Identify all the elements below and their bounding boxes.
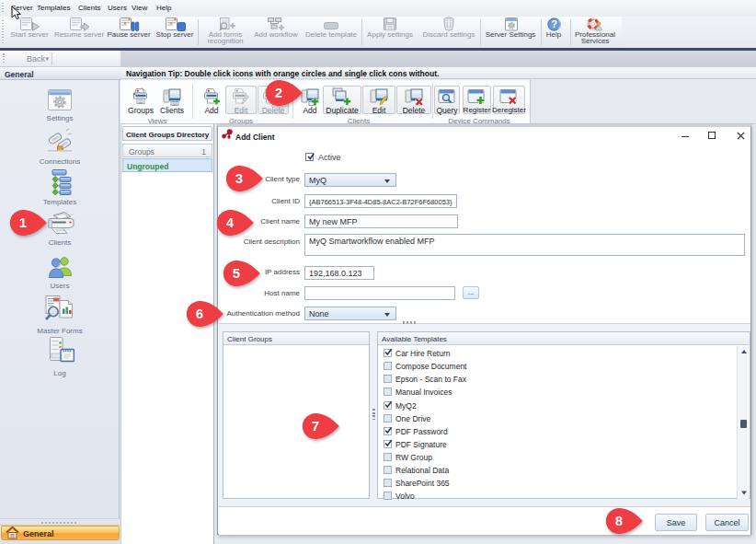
svg-text:?: ? — [551, 18, 557, 29]
svg-text:7: 7 — [311, 418, 318, 434]
svg-text:2: 2 — [274, 85, 281, 100]
svg-text:4: 4 — [225, 214, 234, 230]
svg-text:5: 5 — [232, 265, 239, 281]
svg-text:3: 3 — [235, 170, 242, 186]
svg-text:6: 6 — [195, 306, 202, 321]
svg-text:8: 8 — [614, 513, 622, 528]
svg-text:1: 1 — [18, 214, 26, 230]
